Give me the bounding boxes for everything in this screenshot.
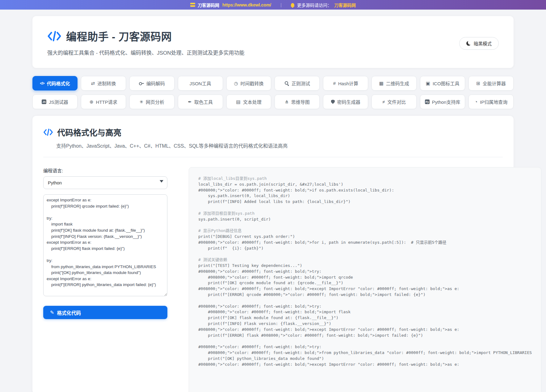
tool-button-label: 密码生成器 — [337, 99, 360, 105]
tool-button-label: 文件对比 — [387, 99, 406, 105]
js-badge-icon: JS — [42, 99, 46, 104]
tool-button-password-generator[interactable]: 密码生成器 — [323, 95, 368, 109]
format-button[interactable]: ✎ 格式化代码 — [43, 306, 167, 319]
tool-button-label: IP归属地查询 — [480, 99, 507, 105]
output-column: # 添加local_libs目录到sys.path local_libs_dir… — [189, 167, 541, 392]
dark-mode-label: 暗黑模式 — [474, 40, 492, 47]
tool-button-json-tools[interactable]: JSON工具 — [178, 76, 223, 91]
tool-button-label: 代码格式化 — [47, 80, 70, 86]
tool-button-label: 网页分析 — [146, 99, 164, 105]
code-logo-icon — [47, 30, 61, 42]
globe-icon: ⊕ — [90, 99, 94, 104]
tool-button-code-format[interactable]: </>代码格式化 — [32, 76, 78, 91]
pencil-icon: ✎ — [50, 310, 54, 315]
tool-button-mind-map[interactable]: ⋔思维导图 — [275, 95, 320, 109]
swap-arrows-icon: ⇄ — [91, 81, 95, 86]
tool-button-qrcode-generate[interactable]: ▦二维码生成 — [372, 76, 417, 91]
tool-button-label: HTTP请求 — [96, 99, 117, 105]
moon-icon — [466, 41, 471, 46]
dark-mode-button[interactable]: 暗黑模式 — [459, 37, 499, 50]
tool-button-ip-lookup[interactable]: ◔IP归属地查询 — [468, 95, 514, 109]
tool-button-color-picker[interactable]: ✒取色工具 — [178, 95, 223, 109]
tool-button-label: ICO图标工具 — [433, 80, 460, 86]
format-button-label: 格式化代码 — [57, 309, 81, 316]
tool-button-label: 时间戳转换 — [241, 80, 264, 86]
tool-button-label: 文本处理 — [243, 99, 262, 105]
bell-icon — [291, 3, 294, 7]
page: 刀客源码网 https://www.dkewl.com/ | 更多源码请访问： … — [0, 0, 546, 392]
output-code: # 添加local_libs目录到sys.path local_libs_dir… — [198, 176, 532, 367]
qrcode-icon: ▦ — [379, 81, 384, 86]
tool-button-label: JS测试器 — [49, 99, 68, 105]
tool-button-label: JSON工具 — [190, 80, 211, 86]
site-name: 刀客源码网 — [198, 2, 219, 8]
calculator-icon: ⊞ — [476, 81, 480, 86]
tools-grid: </>代码格式化⇄进制转换编码解码JSON工具◷时间戳转换正则测试#Hash计算… — [32, 76, 514, 109]
site-logo-icon — [190, 3, 195, 7]
page-subtitle: 强大的编程工具集合 - 代码格式化、编码转换、JSON处理、正则测试及更多实用功… — [47, 48, 499, 56]
language-select-wrap: Python — [43, 176, 167, 189]
language-label: 编程语言: — [43, 167, 167, 174]
page-title: 编程助手 - 刀客源码网 — [66, 28, 172, 44]
tool-button-python-libs[interactable]: PyPython支持库 — [420, 95, 465, 109]
tool-button-calculator[interactable]: ⊞全能计算器 — [468, 76, 514, 91]
tool-button-label: 取色工具 — [194, 99, 213, 105]
section-title: 代码格式化与高亮 — [57, 126, 121, 138]
tool-button-label: 全能计算器 — [483, 80, 506, 86]
tool-button-label: Python支持库 — [432, 99, 460, 105]
tool-button-ico-tool[interactable]: ▣ICO图标工具 — [420, 76, 465, 91]
tool-button-label: 正则测试 — [292, 80, 310, 86]
tool-button-label: 编码解码 — [146, 80, 165, 86]
spider-icon: ✳ — [139, 99, 143, 104]
formatter-content: 编程语言: Python except ImportError as e: pr… — [32, 157, 514, 392]
tool-button-text-process[interactable]: ▤文本处理 — [226, 95, 271, 109]
section-header: 代码格式化与高亮 — [32, 126, 514, 138]
tool-button-http-request[interactable]: ⊕HTTP请求 — [81, 95, 126, 109]
key-icon — [139, 81, 144, 86]
tool-button-web-analyze[interactable]: ✳网页分析 — [129, 95, 174, 109]
tool-button-label: Hash计算 — [338, 80, 358, 86]
image-icon: ▣ — [426, 81, 430, 86]
tool-button-js-tester[interactable]: JSJS测试器 — [32, 95, 78, 109]
main-card: 代码格式化与高亮 支持Python、JavaScript、Java、C++、C#… — [32, 116, 514, 392]
promo-link[interactable]: 刀客源码网 — [334, 2, 356, 8]
header-card: 编程助手 - 刀客源码网 强大的编程工具集合 - 代码格式化、编码转换、JSON… — [32, 16, 514, 68]
hash-icon: # — [333, 81, 336, 86]
topbar: 刀客源码网 https://www.dkewl.com/ | 更多源码请访问： … — [0, 0, 546, 10]
tool-button-base-convert[interactable]: ⇄进制转换 — [81, 76, 126, 91]
shield-icon — [331, 100, 335, 104]
tool-button-label: 进制转换 — [97, 80, 116, 86]
tool-button-label: 二维码生成 — [386, 80, 409, 86]
input-column: 编程语言: Python except ImportError as e: pr… — [43, 167, 167, 319]
tool-button-regex-test[interactable]: 正则测试 — [275, 76, 320, 91]
tool-button-timestamp-convert[interactable]: ◷时间戳转换 — [226, 76, 271, 91]
language-select[interactable]: Python — [43, 176, 167, 189]
tool-button-label: 思维导图 — [291, 99, 310, 105]
tool-button-file-diff[interactable]: ≠文件对比 — [372, 95, 417, 109]
clock-icon: ◷ — [234, 81, 238, 86]
eyedropper-icon: ✒ — [188, 99, 192, 104]
document-icon: ▤ — [236, 99, 240, 104]
python-icon: Py — [425, 99, 430, 104]
site-url-link[interactable]: https://www.dkewl.com/ — [222, 2, 271, 7]
section-subtitle: 支持Python、JavaScript、Java、C++、C#、HTML、CSS… — [56, 142, 503, 149]
promo-text: 更多源码请访问： — [297, 2, 332, 8]
code-icon: </> — [40, 82, 44, 85]
tool-button-encode-decode[interactable]: 编码解码 — [129, 76, 174, 91]
search-icon — [284, 81, 289, 86]
code-input[interactable]: except ImportError as e: print(f"[ERROR]… — [43, 194, 167, 296]
not-equal-icon: ≠ — [382, 99, 385, 104]
ip-globe-icon: ◔ — [475, 99, 477, 104]
mindmap-icon: ⋔ — [285, 99, 289, 104]
tool-button-hash-calc[interactable]: #Hash计算 — [323, 76, 368, 91]
output-panel: # 添加local_libs目录到sys.path local_libs_dir… — [189, 167, 541, 392]
topbar-divider: | — [280, 2, 282, 7]
section-code-icon — [43, 128, 53, 137]
